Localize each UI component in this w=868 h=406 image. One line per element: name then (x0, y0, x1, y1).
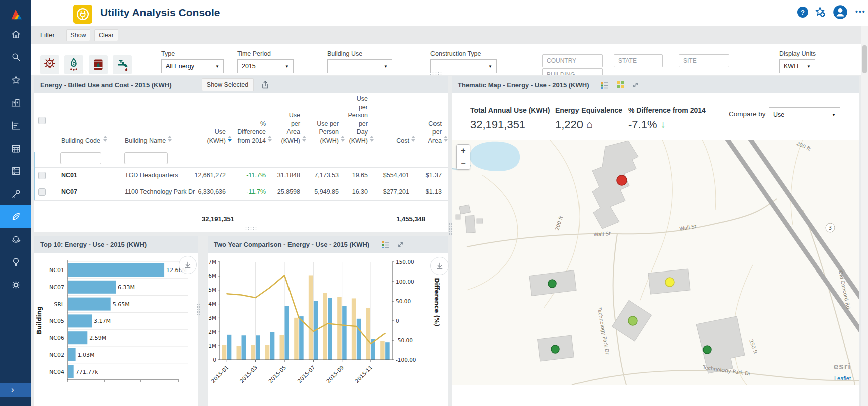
arcgis-logo-icon[interactable] (8, 7, 23, 22)
more-menu-icon[interactable]: ••• (855, 8, 866, 16)
sidebar-item-home[interactable] (0, 23, 31, 46)
building-marker[interactable] (617, 175, 627, 185)
sort-icon[interactable] (302, 136, 306, 142)
basemap-grid-icon[interactable] (616, 81, 624, 89)
favorite-add-icon[interactable] (814, 6, 826, 20)
gas-utility-toggle[interactable] (64, 55, 83, 74)
sidebar-item-search[interactable] (0, 46, 31, 68)
total-use: 32,191,351 (202, 215, 234, 223)
column-resize-handle[interactable] (196, 303, 201, 316)
construction-type-select[interactable]: ▼ (430, 59, 497, 73)
column-header[interactable]: % Difference from 2014 (237, 120, 266, 145)
building-name-filter-input[interactable] (124, 152, 168, 164)
cell-per_person_day: 16.30 (352, 188, 368, 195)
sort-icon[interactable] (168, 136, 172, 142)
time-period-select[interactable]: 2015▼ (237, 59, 294, 73)
water-utility-toggle[interactable] (113, 55, 132, 74)
expand-icon[interactable] (397, 241, 404, 248)
building-marker[interactable] (551, 345, 559, 353)
sort-icon[interactable] (370, 136, 374, 142)
sidebar-expand-button[interactable]: › (0, 383, 31, 397)
sidebar-item-gear[interactable] (0, 274, 31, 296)
column-header[interactable]: Cost per Area (428, 120, 442, 145)
sort-icon[interactable] (268, 136, 272, 142)
row-resize-handle[interactable] (245, 227, 258, 231)
download-icon[interactable] (430, 257, 449, 275)
bar-NC07[interactable] (68, 281, 116, 294)
total-annual-use-label: Total Annual Use (KWH) (470, 106, 550, 114)
leaflet-map[interactable]: Wall StWall StTechnology Park DrTechnolo… (452, 140, 859, 385)
help-icon[interactable]: ? (797, 7, 808, 18)
zoom-in-button[interactable]: + (457, 145, 470, 157)
electric-utility-toggle[interactable] (40, 55, 59, 74)
sidebar-item-star[interactable] (0, 69, 31, 91)
column-header[interactable]: Building Code (61, 137, 100, 145)
svg-text:NC07: NC07 (49, 284, 64, 291)
show-selected-button[interactable]: Show Selected (202, 78, 254, 91)
page-scrollbar[interactable] (861, 26, 868, 406)
zoom-out-button[interactable]: − (457, 157, 470, 169)
country-input[interactable] (542, 54, 603, 67)
svg-text:2.59M: 2.59M (89, 335, 106, 341)
sidebar-item-globe[interactable] (0, 228, 31, 251)
building-code-filter-input[interactable] (60, 152, 101, 164)
expand-icon[interactable] (632, 82, 639, 88)
leaf-icon (10, 211, 22, 222)
sidebar-item-leaf[interactable] (0, 205, 31, 228)
bar-NC05[interactable] (68, 314, 92, 327)
sidebar-item-wrench[interactable] (0, 183, 31, 205)
scrollbar-thumb[interactable] (862, 45, 867, 73)
row-resize-handle[interactable] (429, 72, 443, 76)
row-checkbox[interactable] (38, 172, 46, 179)
bar-NC04[interactable] (68, 365, 74, 378)
comparison-panel-title: Two Year Comparison - Energy - Use - 201… (214, 241, 369, 248)
legend-icon[interactable] (600, 81, 608, 89)
sidebar-item-buildings[interactable] (0, 91, 31, 114)
column-header[interactable]: Use per Person (KWH) (317, 120, 339, 145)
oil-utility-toggle[interactable] (89, 55, 108, 74)
building-marker[interactable] (628, 316, 637, 325)
svg-text:Difference (%): Difference (%) (433, 278, 440, 327)
clear-button[interactable]: Clear (94, 29, 118, 41)
svg-text:150.00: 150.00 (396, 259, 414, 265)
state-input[interactable] (614, 54, 663, 67)
sidebar-item-bar-chart[interactable] (0, 114, 31, 137)
leaflet-attribution-link[interactable]: Leaflet (834, 375, 851, 381)
sort-icon[interactable] (444, 136, 448, 142)
export-icon[interactable] (261, 80, 270, 89)
sidebar-item-calendar[interactable] (0, 137, 31, 160)
bar-NC06[interactable] (68, 331, 87, 344)
select-all-checkbox[interactable] (38, 117, 46, 124)
type-select[interactable]: All Energy▼ (161, 59, 224, 73)
sort-icon[interactable] (103, 136, 107, 142)
building-marker[interactable] (665, 278, 674, 287)
building-marker[interactable] (703, 346, 711, 354)
column-header[interactable]: Use (KWH) (207, 128, 226, 145)
sort-icon[interactable] (341, 136, 345, 142)
sidebar-item-lightbulb[interactable] (0, 251, 31, 274)
legend-icon[interactable] (381, 240, 389, 248)
bar-SRL[interactable] (68, 298, 111, 311)
user-avatar-icon[interactable] (833, 5, 848, 22)
compare-by-select[interactable]: Use▼ (769, 107, 840, 122)
svg-text:1.03M: 1.03M (78, 352, 95, 358)
display-units-select[interactable]: KWH▼ (779, 59, 815, 73)
row-checkbox[interactable] (38, 188, 46, 196)
sort-icon[interactable] (228, 136, 232, 142)
column-header[interactable]: Cost (396, 137, 409, 145)
building-marker[interactable] (548, 280, 556, 288)
column-resize-handle[interactable] (448, 223, 452, 236)
download-icon[interactable] (179, 256, 197, 274)
site-input[interactable] (679, 54, 729, 67)
sort-icon[interactable] (411, 136, 415, 142)
total-cost: 1,455,348 (396, 215, 425, 223)
bar-NC01[interactable] (68, 263, 164, 277)
column-header[interactable]: Use per Area (KWH) (281, 111, 301, 145)
building-use-select[interactable]: ▼ (327, 59, 392, 73)
show-button[interactable]: Show (66, 29, 90, 41)
bar-NC02[interactable] (68, 348, 76, 361)
column-header[interactable]: Use per Person per Day (KWH) (348, 95, 368, 145)
sidebar-item-list[interactable] (0, 160, 31, 182)
column-header[interactable]: Building Name (125, 137, 166, 145)
display-units-label: Display Units (779, 50, 816, 57)
